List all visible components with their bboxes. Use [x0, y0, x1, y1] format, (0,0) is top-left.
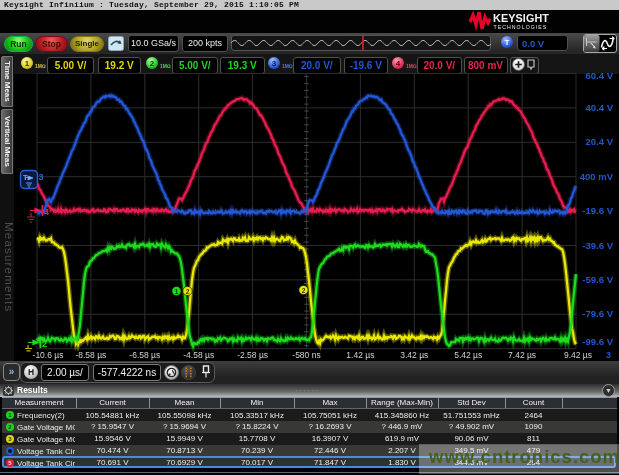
svg-text:9.42 µs: 9.42 µs [564, 350, 592, 360]
svg-text:2: 2 [302, 287, 306, 294]
svg-text:-8.58 µs: -8.58 µs [75, 350, 106, 360]
svg-text:-10.6 µs: -10.6 µs [33, 350, 64, 360]
svg-text:-4.58 µs: -4.58 µs [183, 350, 214, 360]
svg-text:-580 ns: -580 ns [292, 350, 320, 360]
svg-text:-79.6 V: -79.6 V [582, 308, 613, 319]
svg-text:40.4 V: 40.4 V [586, 102, 614, 113]
svg-text:2: 2 [186, 288, 190, 295]
svg-text:4: 4 [44, 207, 49, 217]
svg-text:-2.58 µs: -2.58 µs [237, 350, 268, 360]
svg-text:3: 3 [606, 350, 611, 360]
svg-text:20.4 V: 20.4 V [586, 136, 614, 147]
svg-text:-39.6 V: -39.6 V [582, 240, 613, 251]
svg-text:3.42 µs: 3.42 µs [400, 350, 428, 360]
svg-text:400 mV: 400 mV [580, 171, 614, 182]
svg-text:5.42 µs: 5.42 µs [454, 350, 482, 360]
svg-text:-99.6 V: -99.6 V [582, 336, 613, 347]
svg-text:-19.6 V: -19.6 V [582, 205, 613, 216]
svg-text:60.4 V: 60.4 V [586, 70, 614, 81]
svg-text:3: 3 [39, 172, 44, 182]
svg-text:2: 2 [42, 339, 47, 349]
svg-text:-6.58 µs: -6.58 µs [129, 350, 160, 360]
svg-text:1: 1 [175, 288, 179, 295]
svg-text:1.42 µs: 1.42 µs [346, 350, 374, 360]
svg-text:7.42 µs: 7.42 µs [508, 350, 536, 360]
svg-text:-59.6 V: -59.6 V [582, 274, 613, 285]
